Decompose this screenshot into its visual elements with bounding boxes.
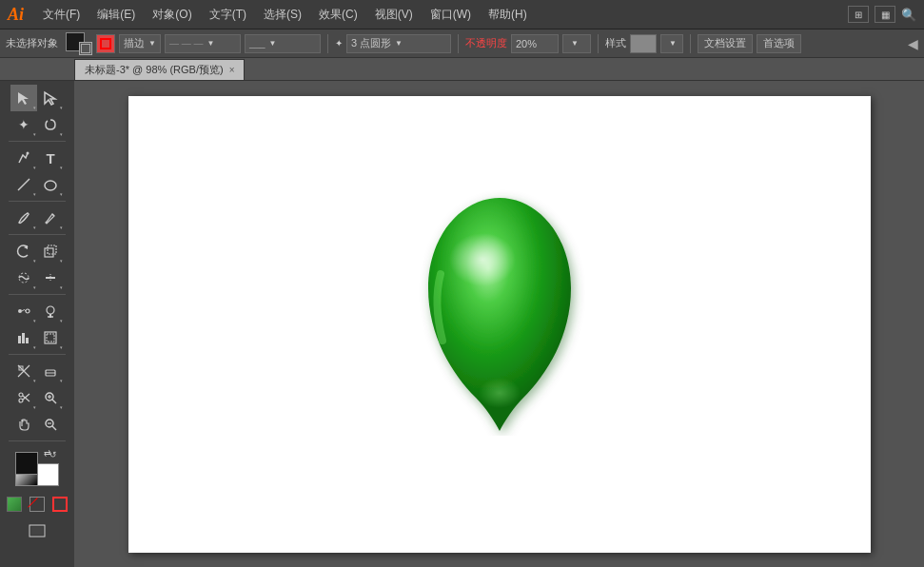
color-swatch-area: ↺ ⇄ (11, 448, 63, 490)
svg-rect-4 (45, 248, 53, 257)
svg-line-28 (52, 426, 56, 430)
svg-rect-5 (48, 245, 56, 254)
artboard-tool[interactable]: ▾ (37, 324, 64, 351)
width-tool[interactable]: ▾ (37, 264, 64, 291)
stroke-color-small-btn[interactable] (49, 494, 70, 515)
paintbrush-tool[interactable]: ▾ (10, 205, 37, 231)
svg-rect-31 (31, 527, 43, 535)
svg-rect-13 (26, 338, 29, 343)
options-bar: 未选择对象 描边▼ — — —▼ ___▼ ✦ 3 点圆形▼ 不透明度 20% … (0, 29, 924, 58)
app-logo: Ai (8, 5, 24, 25)
opacity-dropdown[interactable]: ▼ (562, 34, 591, 53)
canvas-area (74, 81, 924, 567)
svg-rect-11 (18, 336, 21, 343)
type-tool[interactable]: T ▾ (37, 145, 64, 171)
zoom-tool[interactable]: ▾ (37, 384, 64, 411)
opacity-input[interactable]: 20% (511, 34, 559, 53)
title-bar: Ai 文件(F) 编辑(E) 对象(O) 文字(T) 选择(S) 效果(C) 视… (0, 0, 924, 29)
arrange-icon[interactable]: ▦ (875, 6, 895, 23)
panel-toggle-icon[interactable]: ◀ (908, 36, 918, 51)
selection-tool[interactable]: ▾ (10, 85, 37, 111)
slice-tool[interactable]: ▾ (10, 358, 37, 384)
workspace-icon[interactable]: ⊞ (848, 6, 869, 23)
fill-stroke-swatch[interactable] (66, 32, 92, 55)
preferences-btn[interactable]: 首选项 (757, 34, 801, 53)
menu-edit[interactable]: 编辑(E) (89, 5, 143, 25)
eraser-tool[interactable]: ▾ (37, 358, 64, 384)
variable-width-icon: ✦ (335, 38, 343, 49)
menu-window[interactable]: 窗口(W) (423, 5, 479, 25)
svg-line-24 (52, 400, 56, 403)
brush-type-dropdown[interactable]: 3 点圆形▼ (346, 34, 451, 53)
symbol-spray-tool[interactable]: ▾ (37, 298, 64, 324)
blend-tool[interactable]: ▾ (10, 298, 37, 324)
column-graph-tool[interactable]: ▾ (10, 324, 37, 351)
tab-close-btn[interactable]: × (229, 65, 235, 75)
stroke-style-dropdown[interactable]: ___▼ (245, 34, 321, 53)
svg-line-1 (18, 179, 29, 190)
scale-tool[interactable]: ▾ (37, 238, 64, 264)
scissors-tool[interactable]: ▾ (10, 384, 37, 411)
no-color-btn[interactable] (27, 494, 48, 515)
svg-rect-15 (47, 334, 54, 342)
screen-mode-btn[interactable] (27, 520, 48, 541)
style-dropdown[interactable]: ▼ (660, 34, 683, 53)
ellipse-tool[interactable]: ▾ (37, 171, 64, 198)
artboard (128, 96, 871, 553)
stroke-weight-dropdown[interactable]: — — —▼ (165, 34, 241, 53)
menu-help[interactable]: 帮助(H) (481, 5, 535, 25)
pencil-tool[interactable]: ▾ (37, 205, 64, 231)
style-label: 样式 (605, 36, 626, 50)
title-right-icons: ⊞ ▦ 🔍 (848, 6, 916, 23)
svg-point-19 (19, 399, 23, 402)
background-color-swatch[interactable] (36, 463, 59, 486)
document-tab[interactable]: 未标题-3* @ 98% (RGB/预览) × (74, 59, 245, 80)
main-area: ▾ ▾ ✦ ▾ ▾ ▾ T ▾ (0, 81, 924, 567)
menu-select[interactable]: 选择(S) (256, 5, 309, 25)
opacity-label: 不透明度 (465, 36, 507, 50)
screen-mode-area (27, 520, 48, 541)
menu-view[interactable]: 视图(V) (367, 5, 421, 25)
svg-point-0 (27, 152, 29, 155)
menu-bar: 文件(F) 编辑(E) 对象(O) 文字(T) 选择(S) 效果(C) 视图(V… (35, 5, 535, 25)
lasso-tool[interactable]: ▾ (37, 111, 64, 138)
stroke-color-btn[interactable] (96, 34, 115, 53)
swap-colors-icon[interactable]: ⇄ (44, 448, 51, 458)
tab-title: 未标题-3* @ 98% (RGB/预览) (85, 63, 224, 77)
menu-object[interactable]: 对象(O) (145, 5, 199, 25)
menu-effect[interactable]: 效果(C) (311, 5, 365, 25)
direct-selection-tool[interactable]: ▾ (37, 85, 64, 111)
doc-settings-btn[interactable]: 文档设置 (698, 34, 753, 53)
svg-point-20 (19, 393, 23, 397)
svg-point-8 (18, 309, 22, 313)
menu-file[interactable]: 文件(F) (35, 5, 88, 25)
teardrop-shape (414, 188, 585, 436)
svg-point-9 (26, 309, 29, 313)
hand-tool[interactable] (10, 411, 37, 438)
svg-point-10 (47, 306, 54, 314)
rotate-tool[interactable]: ▾ (10, 238, 37, 264)
pen-tool[interactable]: ▾ (10, 145, 37, 171)
zoom2-tool[interactable] (37, 411, 64, 438)
search-icon[interactable]: 🔍 (901, 8, 916, 22)
tools-panel: ▾ ▾ ✦ ▾ ▾ ▾ T ▾ (0, 81, 74, 567)
svg-point-2 (45, 181, 56, 190)
svg-point-32 (449, 233, 516, 286)
fill-color-btn[interactable] (4, 494, 25, 515)
svg-line-3 (52, 214, 54, 216)
warp-tool[interactable]: ▾ (10, 264, 37, 291)
foreground-color-swatch[interactable] (15, 452, 38, 475)
selection-label: 未选择对象 (6, 36, 58, 50)
style-swatch[interactable] (630, 34, 657, 53)
tab-bar: 未标题-3* @ 98% (RGB/预览) × (0, 58, 924, 81)
svg-point-33 (479, 378, 521, 408)
right-options: ◀ (908, 36, 918, 51)
menu-type[interactable]: 文字(T) (202, 5, 254, 25)
line-tool[interactable]: ▾ (10, 171, 37, 198)
svg-rect-12 (22, 333, 25, 343)
magic-wand-tool[interactable]: ✦ ▾ (10, 111, 37, 138)
stroke-dropdown[interactable]: 描边▼ (119, 34, 161, 53)
toolbar-bottom-icons (4, 494, 70, 515)
